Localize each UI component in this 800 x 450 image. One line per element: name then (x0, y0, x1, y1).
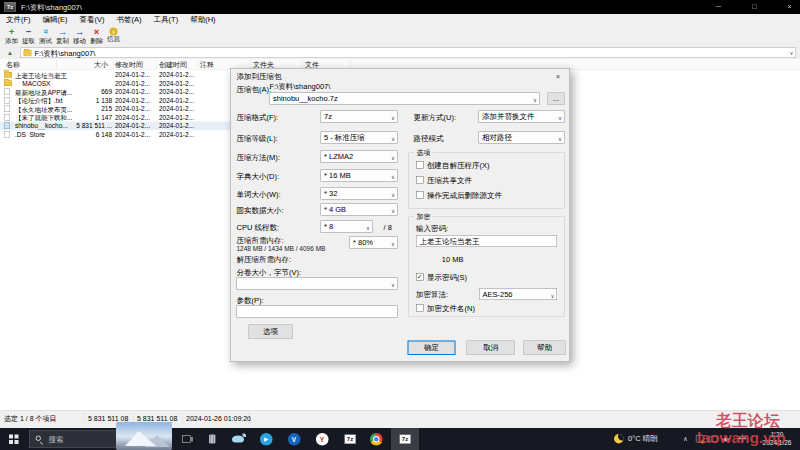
table-row[interactable]: 上老王论坛当老王 2024-01-2... 2024-01-2... (0, 71, 230, 80)
chevron-down-icon: ∨ (391, 113, 395, 123)
taskbar-app-yandex[interactable]: Y (310, 428, 334, 450)
minimize-button[interactable]: ─ (707, 0, 730, 14)
cpu-combo[interactable]: * 8∨ (321, 221, 373, 233)
taskbar-app-7zip[interactable]: 7z (338, 428, 362, 450)
ok-button[interactable]: 确定 (408, 341, 456, 356)
menu-file[interactable]: 文件(F) (0, 14, 37, 26)
file-icon (4, 131, 10, 138)
up-folder-button[interactable]: ▲ (4, 48, 16, 58)
archive-name-combo[interactable]: shinobu__kocho.7z ∨ (270, 93, 540, 105)
sfx-checkbox[interactable] (416, 161, 424, 169)
file-created: 2024-01-2... (159, 97, 202, 105)
start-button[interactable] (0, 428, 28, 450)
table-row[interactable]: 【论坛介绍】.txt 1 138 2024-01-2... 2024-01-2.… (0, 96, 230, 105)
close-button[interactable]: × (778, 0, 800, 14)
tray-chevron-up-icon[interactable]: ∧ (683, 435, 688, 443)
table-row[interactable]: .DS_Store 6 148 2024-01-2... 2024-01-2..… (0, 130, 230, 139)
encryption-method-label: 加密算法: (416, 290, 448, 300)
extract-label: 提取 (20, 37, 37, 44)
add-to-archive-dialog: 添加到压缩包 × 压缩包(A): F:\资料\shang007\ shinobu… (230, 68, 570, 362)
table-row[interactable]: 最新地址及APP请... 669 2024-01-2... 2024-01-2.… (0, 88, 230, 97)
file-created: 2024-01-2... (159, 131, 202, 139)
item-datetime: 2024-01-26 01:09:26 (186, 415, 251, 423)
table-row-selected[interactable]: shinobu__kocho... 5 831 511 ... 2024-01-… (0, 122, 230, 131)
delete-icon: × (88, 26, 105, 37)
weather-status[interactable]: 0°C 晴朗 (628, 434, 658, 444)
copy-button[interactable]: → 复制 (54, 26, 71, 44)
browse-button[interactable]: ... (548, 93, 565, 106)
info-button[interactable]: i 信息 (105, 26, 122, 43)
task-view-icon (182, 436, 191, 443)
params-label: 参数(P): (237, 296, 264, 306)
shared-files-checkbox[interactable] (416, 176, 424, 184)
table-row[interactable]: 【来了就能下载和... 1 147 2024-01-2... 2024-01-2… (0, 113, 230, 122)
taskbar: 搜索 ▶ V Y 7z 7z 0°C 晴 (0, 428, 800, 450)
maximize-button[interactable]: □ (743, 0, 766, 14)
folder-icon (4, 81, 12, 87)
add-button[interactable]: + 添加 (3, 26, 20, 44)
search-placeholder: 搜索 (49, 435, 64, 445)
task-view-button[interactable] (174, 428, 198, 450)
cancel-button[interactable]: 取消 (467, 341, 515, 356)
delete-label: 删除 (88, 37, 105, 44)
format-combo[interactable]: 7z∨ (321, 111, 398, 123)
file-modified: 2024-01-2... (115, 88, 158, 96)
file-icon (4, 114, 10, 121)
path-mode-combo[interactable]: 相对路径∨ (479, 132, 565, 144)
7zip-icon: 7z (399, 434, 411, 444)
file-modified: 2024-01-2... (115, 122, 158, 130)
dict-combo[interactable]: * 16 MB∨ (321, 170, 398, 182)
recycle-bin-icon (209, 435, 216, 444)
chevron-down-icon: ∨ (391, 206, 395, 216)
delete-after-checkbox[interactable] (416, 191, 424, 199)
archive-file-icon (4, 123, 10, 130)
telegram-icon: ▶ (260, 433, 273, 446)
table-row[interactable]: 【永久地址发布页... 215 2024-01-2... 2024-01-2..… (0, 105, 230, 114)
taskbar-app-recycle-bin[interactable] (200, 428, 224, 450)
move-button[interactable]: → 移动 (71, 26, 88, 44)
file-modified: 2024-01-2... (115, 80, 158, 88)
taskbar-app-7zip-active[interactable]: 7z (391, 428, 419, 450)
menu-tools[interactable]: 工具(T) (148, 14, 185, 26)
method-combo[interactable]: * LZMA2∨ (321, 151, 398, 163)
app-icon-7zip: 7z (4, 2, 16, 12)
menu-help[interactable]: 帮助(H) (184, 14, 221, 26)
encrypt-names-checkbox[interactable] (416, 304, 424, 312)
yandex-icon: Y (316, 433, 329, 446)
extract-button[interactable]: − 提取 (20, 26, 37, 44)
volume-combo[interactable]: ∨ (237, 278, 398, 290)
options-button[interactable]: 选项 (249, 325, 293, 340)
level-combo[interactable]: 5 - 标准压缩∨ (321, 132, 398, 144)
params-input[interactable] (237, 306, 398, 318)
password-input[interactable]: 上老王论坛当老王 (416, 235, 557, 247)
encryption-method-combo[interactable]: AES-256∨ (479, 288, 557, 300)
dialog-close-icon[interactable]: × (551, 71, 566, 82)
col-created[interactable]: 创建时间 (159, 60, 187, 69)
archive-dir: F:\资料\shang007\ (270, 82, 331, 92)
solid-combo[interactable]: * 4 GB∨ (321, 204, 398, 216)
memory-percent-combo[interactable]: * 80%∨ (350, 237, 398, 249)
col-comment[interactable]: 注释 (200, 60, 214, 69)
table-row[interactable]: __MACOSX 2024-01-2... 2024-01-2... (0, 79, 230, 88)
chevron-down-icon: ∨ (391, 153, 395, 163)
delete-button[interactable]: × 删除 (88, 26, 105, 44)
help-button[interactable]: 帮助 (524, 341, 566, 356)
menu-view[interactable]: 查看(V) (74, 14, 111, 26)
file-name: __MACOSX (15, 80, 86, 88)
update-mode-combo[interactable]: 添加并替换文件∨ (479, 111, 565, 123)
menu-bookmarks[interactable]: 书签(A) (111, 14, 148, 26)
file-modified: 2024-01-2... (115, 114, 158, 122)
taskbar-app-telegram[interactable]: ▶ (254, 428, 278, 450)
address-combo[interactable]: F:\资料\shang007\ ∨ (20, 48, 796, 59)
solid-label: 固实数据大小: (237, 206, 284, 216)
col-name[interactable]: 名称 (6, 60, 20, 69)
col-modified[interactable]: 修改时间 (115, 60, 143, 69)
taskbar-app-v[interactable]: V (282, 428, 306, 450)
col-size[interactable]: 大小 (60, 60, 108, 69)
search-highlight-image[interactable] (116, 422, 172, 450)
show-password-checkbox[interactable]: ✓ (416, 273, 424, 281)
taskbar-app-whale[interactable] (226, 428, 250, 450)
taskbar-app-chrome[interactable] (364, 428, 388, 450)
word-combo[interactable]: * 32∨ (321, 188, 398, 200)
test-button[interactable]: » 测试 (37, 26, 54, 44)
